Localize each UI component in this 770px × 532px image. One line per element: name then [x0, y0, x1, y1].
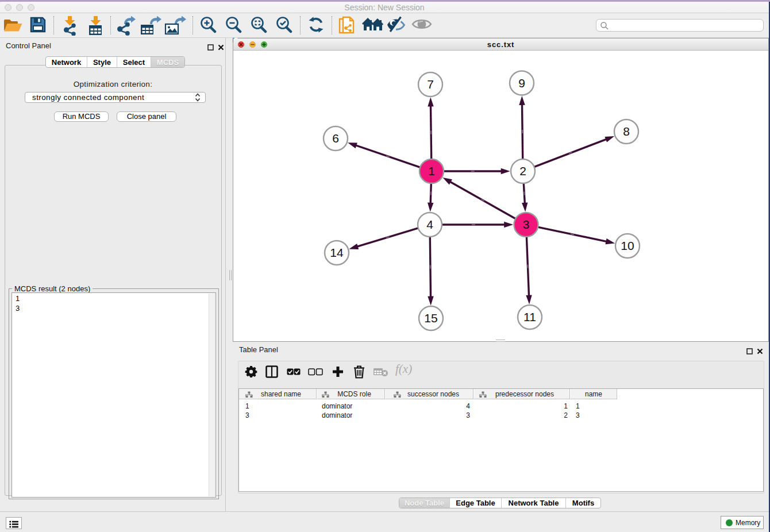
svg-text:9: 9 — [518, 76, 525, 90]
svg-text:3: 3 — [523, 218, 530, 231]
svg-text:7: 7 — [427, 78, 434, 91]
svg-text:8: 8 — [623, 125, 630, 138]
svg-text:14: 14 — [330, 246, 344, 259]
svg-text:4: 4 — [426, 218, 433, 231]
svg-text:1: 1 — [428, 164, 435, 178]
svg-text:11: 11 — [523, 310, 536, 323]
svg-text:10: 10 — [621, 239, 634, 252]
svg-text:6: 6 — [332, 132, 339, 145]
svg-text:15: 15 — [424, 311, 437, 325]
svg-text:2: 2 — [519, 164, 526, 178]
